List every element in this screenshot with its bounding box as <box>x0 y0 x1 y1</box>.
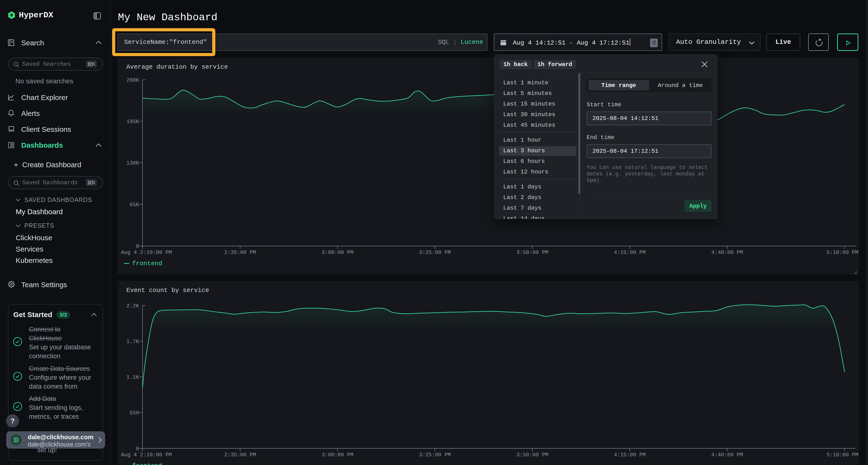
svg-text:4:40:00 PM: 4:40:00 PM <box>711 452 743 458</box>
svg-text:65K: 65K <box>129 202 139 208</box>
svg-text:5:10:00 PM: 5:10:00 PM <box>827 452 858 458</box>
svg-text:130K: 130K <box>126 160 140 166</box>
svg-text:0: 0 <box>136 243 139 250</box>
svg-text:2:35:00 PM: 2:35:00 PM <box>224 250 256 256</box>
svg-text:4:15:00 PM: 4:15:00 PM <box>614 452 646 458</box>
svg-text:260K: 260K <box>126 77 140 84</box>
svg-text:195K: 195K <box>126 119 140 125</box>
svg-text:5:10:00 PM: 5:10:00 PM <box>827 250 858 256</box>
svg-text:3:00:00 PM: 3:00:00 PM <box>322 250 353 256</box>
svg-text:3:00:00 PM: 3:00:00 PM <box>322 452 353 458</box>
svg-text:2.2K: 2.2K <box>126 303 140 309</box>
svg-text:550: 550 <box>129 410 139 416</box>
svg-text:0: 0 <box>136 446 139 452</box>
svg-text:4:40:00 PM: 4:40:00 PM <box>711 250 743 256</box>
svg-text:2:35:00 PM: 2:35:00 PM <box>224 452 256 458</box>
svg-text:3:50:00 PM: 3:50:00 PM <box>517 250 548 256</box>
svg-text:1.1K: 1.1K <box>126 374 140 380</box>
svg-text:Aug 4 2:10:00 PM: Aug 4 2:10:00 PM <box>121 452 172 458</box>
svg-text:4:15:00 PM: 4:15:00 PM <box>614 250 646 256</box>
svg-text:Aug 4 2:10:00 PM: Aug 4 2:10:00 PM <box>121 250 172 256</box>
svg-text:3:50:00 PM: 3:50:00 PM <box>517 452 548 458</box>
svg-text:1.7K: 1.7K <box>126 339 140 345</box>
svg-text:3:25:00 PM: 3:25:00 PM <box>419 250 451 256</box>
svg-text:3:25:00 PM: 3:25:00 PM <box>419 452 451 458</box>
